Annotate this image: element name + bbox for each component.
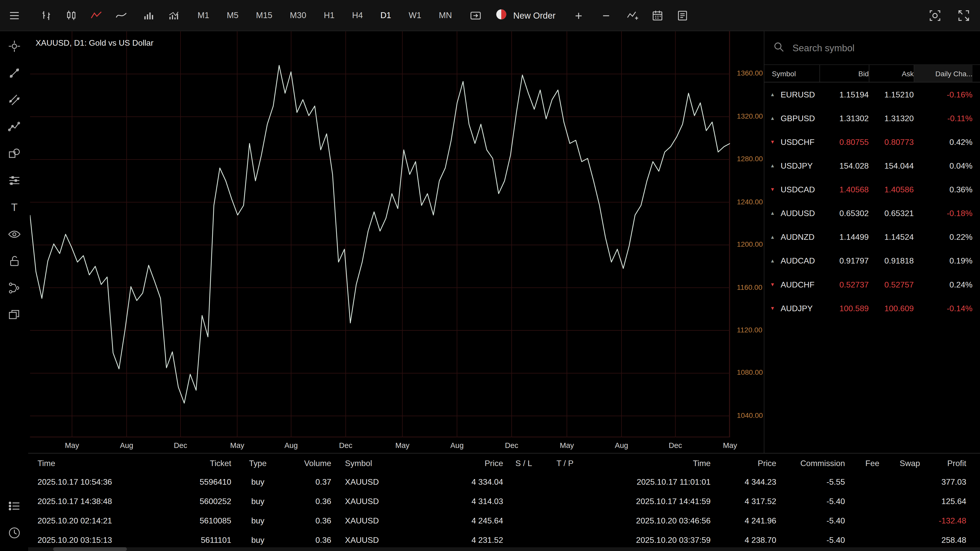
price-chart[interactable]	[30, 31, 730, 437]
ask-cell: 1.40586	[869, 185, 914, 194]
history-row[interactable]: 2025.10.17 14:38:485600252buy0.36XAUUSD4…	[28, 492, 980, 511]
search-input[interactable]	[791, 42, 971, 54]
fullscreen-icon	[957, 8, 970, 22]
market-watch-row-GBPUSD[interactable]: ▲GBPUSD1.313021.31320-0.11%	[764, 106, 980, 130]
history-cell: 0.37	[284, 477, 331, 487]
new-order-label: New Order	[513, 10, 555, 20]
trendline-button[interactable]	[6, 66, 22, 81]
timeframe-MN[interactable]: MN	[433, 5, 458, 25]
shapes-button[interactable]	[6, 147, 22, 162]
chart-shift-button[interactable]	[466, 4, 485, 27]
levels-button[interactable]	[6, 174, 22, 189]
market-watch-row-AUDNZD[interactable]: ▲AUDNZD1.144991.145240.22%	[764, 225, 980, 249]
spline-chart-type-button[interactable]	[112, 4, 130, 27]
indicators-button[interactable]	[623, 4, 641, 27]
timeframe-group: M1M5M15M30H1H4D1W1MN	[192, 5, 458, 25]
zoom-in-button[interactable]: +	[568, 5, 589, 26]
history-rows: 2025.10.17 10:54:365596410buy0.37XAUUSD4…	[28, 472, 980, 550]
history-cell: -5.55	[776, 477, 845, 487]
x-axis-label: May	[65, 441, 79, 450]
news-button[interactable]	[673, 4, 692, 27]
ask-cell: 154.044	[869, 161, 914, 170]
up-arrow-icon: ▲	[764, 92, 781, 97]
screenshot-button[interactable]	[925, 4, 945, 27]
bid-cell: 100.589	[819, 303, 869, 313]
market-watch-panel: SymbolBidAskDaily Cha... ▲EURUSD1.151941…	[764, 31, 980, 453]
market-watch-row-USDJPY[interactable]: ▲USDJPY154.028154.0440.04%	[764, 154, 980, 177]
timeframe-D1[interactable]: D1	[375, 5, 396, 25]
symbol-search[interactable]	[764, 31, 980, 65]
history-column-1[interactable]: Ticket	[172, 458, 231, 468]
chart-shift-icon	[469, 9, 482, 22]
history-cell: 4 231.52	[400, 535, 503, 545]
history-column-10[interactable]: Commission	[776, 458, 845, 468]
timeframe-M1[interactable]: M1	[192, 5, 215, 25]
volume-button[interactable]	[139, 4, 158, 27]
horizontal-scrollbar[interactable]	[28, 547, 980, 551]
market-watch-row-USDCAD[interactable]: ▼USDCAD1.405681.405860.36%	[764, 178, 980, 201]
calendar-button[interactable]	[648, 4, 667, 27]
objects-list-button[interactable]	[6, 499, 22, 514]
history-column-4[interactable]: Symbol	[331, 458, 400, 468]
y-axis-label: 1040.00	[737, 412, 763, 419]
history-column-8[interactable]: Time	[586, 458, 711, 468]
history-column-6[interactable]: S / L	[503, 458, 544, 468]
windows-button[interactable]	[6, 308, 22, 323]
history-column-11[interactable]: Fee	[845, 458, 880, 468]
objects-tree-button[interactable]	[6, 281, 22, 296]
polyline-tool-button[interactable]	[6, 120, 22, 135]
history-row[interactable]: 2025.10.20 02:14:215610085buy0.36XAUUSD4…	[28, 511, 980, 530]
timeframe-W1[interactable]: W1	[403, 5, 427, 25]
lock-button[interactable]	[6, 254, 22, 269]
history-cell: 5610085	[172, 516, 231, 526]
market-watch-row-AUDCAD[interactable]: ▲AUDCAD0.917970.918180.19%	[764, 249, 980, 272]
channel-button[interactable]	[6, 93, 22, 108]
fullscreen-button[interactable]	[954, 4, 974, 27]
history-column-0[interactable]: Time	[38, 458, 172, 468]
history-cell: 4 314.03	[400, 497, 503, 506]
tick-volume-button[interactable]	[164, 4, 183, 27]
history-row[interactable]: 2025.10.20 03:15:135611101buy0.36XAUUSD4…	[28, 530, 980, 550]
scrollbar-thumb[interactable]	[53, 547, 127, 551]
history-cell: 2025.10.20 03:37:59	[586, 535, 711, 545]
column-ask[interactable]: Ask	[869, 65, 914, 82]
timeframe-H4[interactable]: H4	[347, 5, 369, 25]
timeframe-M5[interactable]: M5	[221, 5, 244, 25]
history-column-2[interactable]: Type	[231, 458, 284, 468]
history-column-9[interactable]: Price	[711, 458, 776, 468]
column-daily-change[interactable]: Daily Cha...	[914, 65, 972, 82]
line-chart-type-button[interactable]	[87, 4, 105, 27]
history-column-3[interactable]: Volume	[284, 458, 331, 468]
history-cell: 4 238.70	[711, 535, 776, 545]
history-column-5[interactable]: Price	[400, 458, 503, 468]
timeframe-M30[interactable]: M30	[284, 5, 312, 25]
bid-cell: 1.14499	[819, 232, 869, 241]
history-time-button[interactable]	[6, 526, 22, 541]
bar-chart-type-button[interactable]	[37, 4, 56, 27]
column-bid[interactable]: Bid	[819, 65, 869, 82]
history-column-7[interactable]: T / P	[544, 458, 586, 468]
visibility-button[interactable]	[6, 227, 22, 242]
hamburger-menu-button[interactable]	[5, 4, 23, 27]
text-tool-button[interactable]: T	[6, 200, 22, 216]
market-watch-row-AUDCHF[interactable]: ▼AUDCHF0.527370.527570.24%	[764, 272, 980, 296]
history-cell: XAUUSD	[331, 516, 400, 526]
market-watch-row-AUDUSD[interactable]: ▲AUDUSD0.653020.65321-0.18%	[764, 201, 980, 225]
history-row[interactable]: 2025.10.17 10:54:365596410buy0.37XAUUSD4…	[28, 472, 980, 492]
history-column-13[interactable]: Profit	[920, 458, 966, 468]
market-watch-row-EURUSD[interactable]: ▲EURUSD1.151941.15210-0.16%	[764, 83, 980, 106]
history-column-12[interactable]: Swap	[880, 458, 920, 468]
candle-chart-type-button[interactable]	[62, 4, 80, 27]
market-watch-row-USDCHF[interactable]: ▼USDCHF0.807550.807730.42%	[764, 130, 980, 154]
crosshair-button[interactable]	[6, 39, 22, 54]
new-order-button[interactable]: New Order	[491, 4, 559, 27]
history-header: TimeTicketTypeVolumeSymbolPriceS / LT / …	[28, 454, 980, 472]
top-toolbar: M1M5M15M30H1H4D1W1MN New Order + −	[0, 0, 980, 31]
up-arrow-icon: ▲	[764, 258, 781, 263]
market-watch-row-AUDJPY[interactable]: ▼AUDJPY100.589100.609-0.14%	[764, 296, 980, 320]
column-symbol[interactable]: Symbol	[764, 70, 819, 77]
timeframe-M15[interactable]: M15	[250, 5, 278, 25]
timeframe-H1[interactable]: H1	[318, 5, 340, 25]
zoom-out-button[interactable]: −	[595, 5, 617, 26]
history-cell: -5.40	[776, 535, 845, 545]
